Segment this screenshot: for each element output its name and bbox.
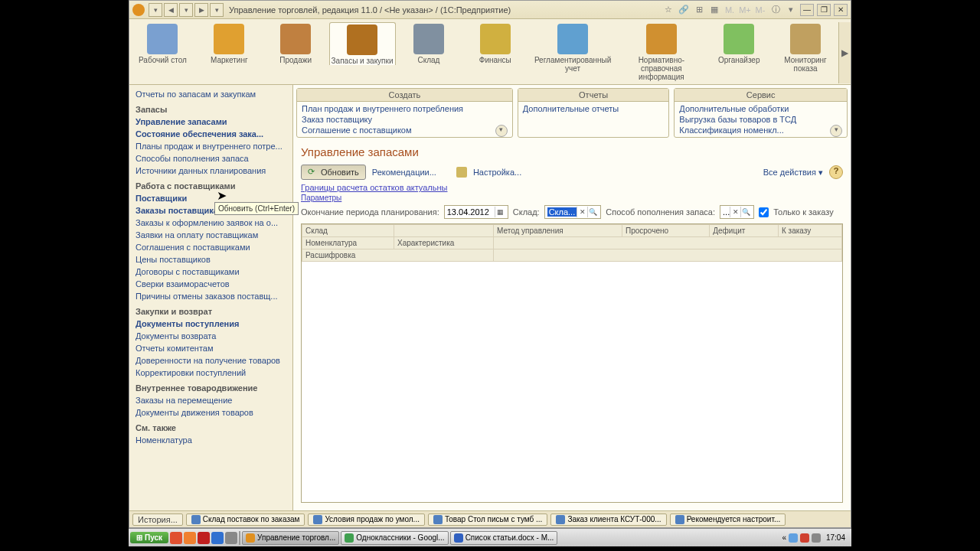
sidebar-link[interactable]: Номенклатура [134,434,292,446]
search-icon[interactable]: 🔍 [740,207,751,217]
tray-expand-icon[interactable]: « [782,533,786,542]
task-chrome[interactable]: Одноклассники - Googl... [341,531,448,545]
task-1c[interactable]: Управление торговл... [242,531,339,545]
create-link-2[interactable]: Соглашение с поставщиком▾ [302,125,508,135]
tab-marketing[interactable]: Маркетинг [196,22,263,64]
bottom-tab-2[interactable]: Товар Стол письм с тумб ... [428,514,547,526]
clear-icon[interactable]: ✕ [730,207,740,217]
sidebar[interactable]: Отчеты по запасам и закупкамЗапасыУправл… [129,85,293,510]
tab-inventory[interactable]: Запасы и закупки [329,22,396,65]
sidebar-link[interactable]: Корректировки поступлений [134,367,292,379]
clear-icon[interactable]: ✕ [577,207,587,217]
ql-chrome-icon[interactable] [170,532,182,544]
tab-reference[interactable]: Нормативно-справочная информация [617,22,706,81]
bottom-tab-4[interactable]: Рекомендуется настроит... [670,514,786,526]
maximize-button[interactable]: ❐ [817,4,831,16]
col-toorder[interactable]: К заказу [778,225,841,237]
info-icon[interactable]: ⓘ [769,4,782,16]
period-field[interactable]: ▦ [444,205,508,219]
tab-sales[interactable]: Продажи [263,22,329,64]
link-icon[interactable]: 🔗 [678,4,690,16]
sidebar-link[interactable]: Причины отмены заказов поставщ... [134,290,292,302]
nav-fwd[interactable]: ▶ [194,3,208,17]
sidebar-link[interactable]: Заказы к оформлению заявок на о... [134,217,292,229]
sidebar-link[interactable]: Отчеты комитентам [134,342,292,354]
bottom-tab-1[interactable]: Условия продаж по умол... [308,514,425,526]
only-order-checkbox[interactable] [759,207,769,217]
tab-organizer[interactable]: Органайзер [706,22,773,64]
col-overdue[interactable]: Просрочено [622,225,709,237]
m-minus-icon[interactable]: M- [754,4,766,16]
m-icon[interactable]: M. [724,4,736,16]
calc-icon[interactable]: ⊞ [693,4,705,16]
period-input[interactable] [447,207,495,217]
start-button[interactable]: ⊞Пуск [130,532,168,543]
warehouse-field[interactable]: Скла... ✕ 🔍 [544,205,602,219]
create-link-1[interactable]: Заказ поставщику [302,114,508,125]
sidebar-link[interactable]: Документы возврата [134,330,292,342]
create-link-0[interactable]: План продаж и внутреннего потребления [302,103,508,114]
panel-more-icon[interactable]: ▾ [495,125,508,137]
reports-link-0[interactable]: Дополнительные отчеты [523,103,665,114]
tray-icon[interactable] [812,533,821,543]
system-tray[interactable]: « 17:04 [780,533,850,543]
ql-ie-icon[interactable] [211,532,224,544]
tab-monitoring[interactable]: Мониторинг показа [773,22,839,73]
tab-regaccounting[interactable]: Регламентированный учет [528,22,617,73]
nav-menu[interactable]: ▾ [149,3,162,17]
sidebar-link[interactable]: Документы движения товаров [134,406,292,419]
tabs-scroll-right[interactable]: ▶ [838,22,850,83]
nav-fwd-menu[interactable]: ▾ [210,3,224,17]
bottom-tab-3[interactable]: Заказ клиента КСУТ-000... [550,514,666,526]
history-button[interactable]: История... [132,514,183,526]
sidebar-link[interactable]: Планы продаж и внутреннего потре... [134,140,292,152]
sidebar-link[interactable]: Документы поступления [134,318,292,330]
settings-link[interactable]: Настройка... [473,168,521,177]
minimize-button[interactable]: — [800,4,814,16]
sidebar-link[interactable]: Заявки на оплату поставщикам [134,229,292,241]
sidebar-link[interactable]: Цены поставщиков [134,253,292,266]
bottom-tab-0[interactable]: Склад поставок по заказам [186,514,305,526]
panel-more-icon[interactable]: ▾ [830,125,842,137]
help-button[interactable]: ? [829,165,843,179]
sidebar-link[interactable]: Доверенности на получение товаров [134,354,292,367]
status-link[interactable]: Границы расчета остатков актуальны [293,181,851,194]
sidebar-link[interactable]: Соглашения с поставщиками [134,241,292,253]
task-word[interactable]: Список статьи.docx - M... [450,531,558,545]
col-method[interactable]: Метод управления [494,225,622,237]
service-link-2[interactable]: Классификация номенкл...▾ [679,125,842,135]
tray-icon[interactable] [789,533,798,543]
sidebar-link[interactable]: Способы пополнения запаса [134,152,292,165]
service-link-0[interactable]: Дополнительные обработки [679,103,842,114]
clock[interactable]: 17:04 [823,533,848,542]
sidebar-link[interactable]: Источники данных планирования [134,165,292,177]
sidebar-link[interactable]: Отчеты по запасам и закупкам [134,88,292,100]
method-field[interactable]: ... ✕ 🔍 [720,205,754,219]
tray-icon[interactable] [800,533,809,543]
col-characteristic[interactable]: Характеристика [394,237,494,249]
col-detail[interactable]: Расшифровка [302,249,494,262]
sidebar-link[interactable]: Договоры с поставщиками [134,266,292,278]
ql-app-icon[interactable] [225,532,237,544]
calendar-picker-icon[interactable]: ▦ [495,207,505,217]
nav-back-menu[interactable]: ▾ [179,3,193,17]
sidebar-link[interactable]: Состояние обеспечения зака... [134,128,292,140]
service-link-1[interactable]: Выгрузка базы товаров в ТСД [679,114,842,125]
col-warehouse[interactable]: Склад [302,225,394,237]
m-plus-icon[interactable]: M+ [739,4,751,16]
col-deficit[interactable]: Дефицит [710,225,779,237]
tab-desktop[interactable]: Рабочий стол [129,22,196,64]
info-menu[interactable]: ▾ [785,4,797,16]
col-empty[interactable] [394,225,494,237]
ql-firefox-icon[interactable] [184,532,196,544]
sidebar-link[interactable]: Сверки взаиморасчетов [134,278,292,290]
refresh-button[interactable]: ⟳ Обновить [301,165,366,180]
sidebar-link[interactable]: Заказы на перемещение [134,394,292,406]
hints-link[interactable]: Рекомендации... [372,168,436,177]
ql-opera-icon[interactable] [198,532,210,544]
col-nomenclature[interactable]: Номенклатура [302,237,394,249]
tab-finance[interactable]: Финансы [462,22,528,64]
all-actions-link[interactable]: Все действия ▾ [763,168,823,178]
search-icon[interactable]: 🔍 [587,207,598,217]
favorite-icon[interactable]: ☆ [662,4,675,16]
